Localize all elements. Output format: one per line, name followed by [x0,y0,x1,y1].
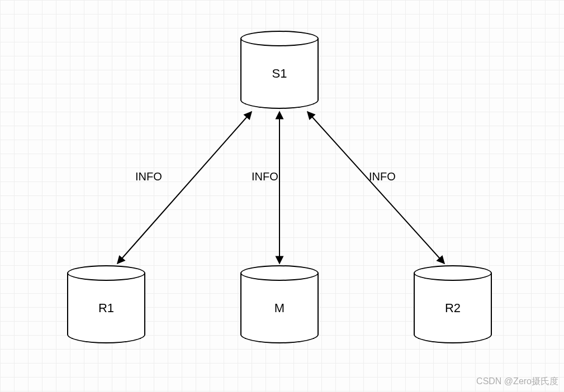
edge-label-right: INFO [369,170,396,183]
connector-left [117,112,252,264]
node-s1-label: S1 [240,66,319,81]
diagram-canvas: S1 R1 M R2 INFO INFO INFO CSDN @Zero摄氏度 [0,0,564,392]
node-r2-label: R2 [414,301,492,315]
node-r1: R1 [67,265,145,343]
edge-label-center: INFO [252,170,278,183]
node-m-label: M [240,301,319,315]
node-r1-label: R1 [67,301,145,315]
node-m: M [240,265,319,343]
edge-label-left: INFO [135,170,162,183]
node-r2: R2 [414,265,492,343]
connector-right [307,112,444,264]
watermark: CSDN @Zero摄氏度 [476,376,558,388]
node-s1: S1 [240,31,319,109]
